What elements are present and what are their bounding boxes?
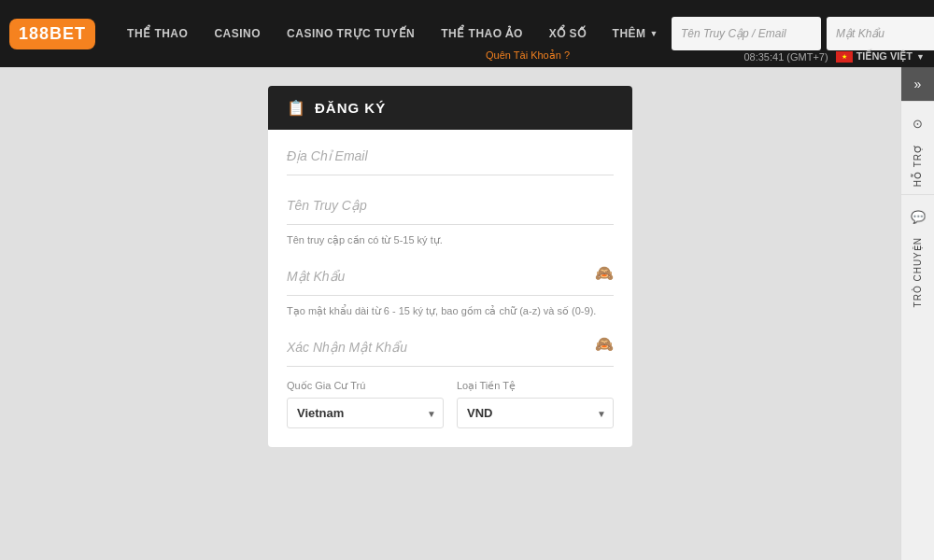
form-header-icon: 📋 xyxy=(287,99,305,117)
chat-icon: 💬 xyxy=(911,210,926,224)
nav-them[interactable]: THÊM ▼ xyxy=(600,27,672,40)
form-title: ĐĂNG KÝ xyxy=(315,100,386,116)
nav-casino-truc-tuyen[interactable]: CASINO TRỰC TUYẾN xyxy=(274,27,428,40)
sidebar-toggle-icon: » xyxy=(914,77,922,91)
dropdown-row: Quốc Gia Cư Trú Vietnam Thailand Malaysi… xyxy=(287,380,614,428)
nav-the-thao-ao[interactable]: THỂ THAO ẢO xyxy=(428,27,536,40)
time-display: 08:35:41 (GMT+7) xyxy=(743,51,828,63)
main-content: 📋 ĐĂNG KÝ Tên truy cập cần có từ 5-15 ký… xyxy=(0,67,934,560)
support-icon: ⊙ xyxy=(913,117,923,131)
nav-casino[interactable]: CASINO xyxy=(201,27,274,40)
confirm-password-field-group: 🙈 xyxy=(287,321,614,367)
register-form-card: 📋 ĐĂNG KÝ Tên truy cập cần có từ 5-15 ký… xyxy=(268,86,632,447)
currency-select[interactable]: VND USD THB MYR xyxy=(457,398,614,428)
chevron-down-icon: ▼ xyxy=(650,29,658,38)
currency-dropdown-wrapper: VND USD THB MYR xyxy=(457,398,614,428)
lang-chevron-icon: ▼ xyxy=(916,52,925,62)
logo[interactable]: 188BET xyxy=(9,19,95,49)
language-label: TIẾNG VIỆT xyxy=(856,50,913,63)
nav-xo-so[interactable]: XỔ SỐ xyxy=(536,27,600,40)
support-label[interactable]: HỖ TRỢ xyxy=(913,144,923,187)
currency-group: Loại Tiền Tệ VND USD THB MYR xyxy=(457,380,614,428)
sidebar-toggle-button[interactable]: » xyxy=(901,67,935,101)
right-sidebar: » ⊙ HỖ TRỢ 💬 TRÒ CHUYỆN xyxy=(900,67,934,560)
header-auth-area: ĐĂNG NHẬP ĐĂNG KÝ xyxy=(672,17,934,50)
password-field-input[interactable] xyxy=(287,265,614,287)
country-dropdown-wrapper: Vietnam Thailand Malaysia Singapore xyxy=(287,398,444,428)
chat-label[interactable]: TRÒ CHUYỆN xyxy=(913,237,923,307)
language-selector[interactable]: TIẾNG VIỆT ▼ xyxy=(836,50,925,63)
form-header: 📋 ĐĂNG KÝ xyxy=(268,86,632,130)
password-hint: Tạo mật khẩu dài từ 6 - 15 ký tự, bao gồ… xyxy=(287,300,614,321)
country-select[interactable]: Vietnam Thailand Malaysia Singapore xyxy=(287,398,444,428)
page-area: 📋 ĐĂNG KÝ Tên truy cập cần có từ 5-15 ký… xyxy=(0,67,900,560)
sidebar-chat-section: 💬 TRÒ CHUYỆN xyxy=(901,194,934,315)
username-field-group xyxy=(287,179,614,225)
sidebar-support-section: ⊙ HỖ TRỢ xyxy=(901,101,934,194)
username-input[interactable] xyxy=(672,17,821,50)
confirm-password-toggle-icon[interactable]: 🙈 xyxy=(595,335,614,353)
forgot-password-link[interactable]: Quên Tài Khoản ? xyxy=(486,49,570,62)
password-toggle-icon[interactable]: 🙈 xyxy=(595,264,614,282)
email-field-group xyxy=(287,130,614,175)
time-lang-area: 08:35:41 (GMT+7) TIẾNG VIỆT ▼ xyxy=(743,50,925,63)
password-input[interactable] xyxy=(827,17,934,50)
password-field-group: 🙈 xyxy=(287,250,614,296)
flag-icon xyxy=(836,51,853,63)
username-field-input[interactable] xyxy=(287,194,614,217)
header: 188BET THỂ THAO CASINO CASINO TRỰC TUYẾN… xyxy=(0,0,934,67)
country-label: Quốc Gia Cư Trú xyxy=(287,380,444,392)
confirm-password-input[interactable] xyxy=(287,336,614,358)
main-nav: THỂ THAO CASINO CASINO TRỰC TUYẾN THỂ TH… xyxy=(114,27,672,40)
username-hint: Tên truy cập cần có từ 5-15 ký tự. xyxy=(287,229,614,250)
country-group: Quốc Gia Cư Trú Vietnam Thailand Malaysi… xyxy=(287,380,444,428)
currency-label: Loại Tiền Tệ xyxy=(457,380,614,392)
form-body: Tên truy cập cần có từ 5-15 ký tự. 🙈 Tạo… xyxy=(268,130,632,447)
nav-the-thao[interactable]: THỂ THAO xyxy=(114,27,201,40)
email-input[interactable] xyxy=(287,145,614,167)
